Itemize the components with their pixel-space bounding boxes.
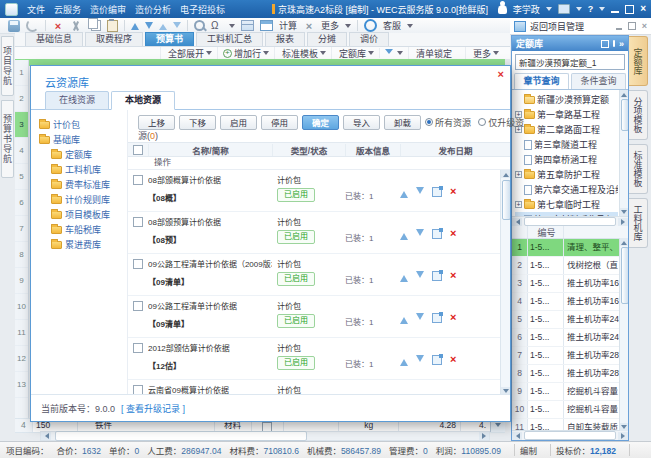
tree-scroll-up-icon[interactable]: [620, 90, 628, 98]
dialog-tab[interactable]: 本地资源: [111, 91, 175, 110]
list-scrollbar-thumb[interactable]: [621, 247, 628, 304]
resource-tree-item[interactable]: 项目模板库: [39, 207, 127, 222]
sub-toolbar-item[interactable]: 更多: [465, 47, 504, 60]
tree-scroll-left-icon[interactable]: [512, 218, 522, 226]
row-export-icon[interactable]: [432, 271, 442, 281]
jump-down-icon[interactable]: [173, 22, 181, 32]
cut-icon[interactable]: [70, 20, 82, 32]
user-menu[interactable]: 李学政: [513, 3, 540, 16]
return-project-bar[interactable]: 返回项目管理: [510, 18, 651, 35]
user-caret-icon[interactable]: [546, 7, 552, 14]
chapter-tree-item[interactable]: + 第五章防护工程: [515, 167, 618, 182]
row-checkbox[interactable]: [133, 259, 143, 269]
side-tab[interactable]: 工料机库: [629, 198, 648, 248]
chapter-tree-item[interactable]: 第六章交通工程及沿线设施: [515, 182, 618, 197]
menu-item[interactable]: 云服务: [54, 3, 81, 16]
main-tab[interactable]: 调价: [349, 32, 389, 46]
main-tab[interactable]: 基础信息: [25, 32, 83, 46]
quota-list-row[interactable]: 2 1-5... 伐树挖根（直: [512, 257, 619, 275]
row-move-down-icon[interactable]: [416, 229, 424, 240]
view-upgrade-log-link[interactable]: [ 查看升级记录 ]: [121, 402, 185, 415]
row-export-icon[interactable]: [432, 187, 442, 197]
jump-up-icon[interactable]: [159, 20, 167, 30]
main-tab[interactable]: 取费程序: [85, 32, 143, 46]
menu-item[interactable]: 造价分析: [135, 3, 171, 16]
sub-toolbar-item[interactable]: 标准模板: [274, 47, 331, 60]
close-button[interactable]: [640, 4, 646, 14]
tree-hscrollbar-thumb[interactable]: [524, 217, 616, 226]
quota-search-input[interactable]: [515, 54, 625, 70]
chapter-tree-item[interactable]: 第四章桥涵工程: [515, 152, 618, 167]
side-tab[interactable]: 分项模板: [629, 90, 648, 140]
row-checkbox[interactable]: [133, 217, 143, 227]
resource-tree-item[interactable]: 定额库: [39, 147, 127, 162]
chapter-tree-item[interactable]: 第三章隧道工程: [515, 137, 618, 152]
scroll-right-icon[interactable]: [479, 432, 489, 440]
move-down-icon[interactable]: [145, 22, 153, 33]
undo-icon[interactable]: [26, 19, 39, 32]
resource-tree-item[interactable]: 累进费库: [39, 237, 127, 252]
list-scroll-right-icon[interactable]: [618, 432, 628, 440]
list-vertical-scrollbar[interactable]: [619, 238, 628, 431]
chapter-tree-item[interactable]: + 第七章临时工程: [515, 197, 618, 212]
resource-row[interactable]: 09公路工程清单计价依据（2009版本） 【09清单】 计价包 已启用 已装：1: [128, 254, 500, 296]
resource-row[interactable]: 云南省09概算计价依据 【09概】 计价包: [128, 380, 500, 395]
expand-icon[interactable]: +: [515, 171, 522, 178]
row-move-down-icon[interactable]: [416, 271, 424, 282]
omega-caret-icon[interactable]: [229, 24, 235, 31]
list-scroll-left-icon[interactable]: [512, 432, 522, 440]
quota-list-row[interactable]: 6 1-5... 推土机功率24: [512, 329, 619, 347]
expand-icon[interactable]: +: [515, 201, 522, 208]
dialog-close-icon[interactable]: [498, 69, 504, 80]
main-tab[interactable]: 工料机汇总: [196, 32, 263, 46]
more-tools-icon[interactable]: [303, 20, 315, 32]
more-button[interactable]: 更多: [321, 19, 339, 32]
dialog-action-button[interactable]: 下移: [179, 115, 216, 130]
calculate-icon[interactable]: [260, 20, 273, 31]
all-resources-option[interactable]: 所有资源: [425, 116, 471, 129]
select-all-checkbox[interactable]: [133, 145, 143, 155]
resource-row[interactable]: 2012部颁估算计价依据 【12估】 计价包 已启用 已装：1: [128, 338, 500, 380]
budget-book-navigation-tab[interactable]: 预算书导航: [1, 100, 14, 178]
quota-list-row[interactable]: 8 1-5... 推土机功率28: [512, 365, 619, 383]
float-panel-icon[interactable]: [601, 40, 609, 48]
chapter-tree-item[interactable]: 第八章材料采集及加工: [515, 212, 618, 216]
quota-list-row[interactable]: 7 1-5... 推土机功率28: [512, 347, 619, 365]
calculate-button[interactable]: 计算: [279, 19, 297, 32]
list-scroll-down-icon[interactable]: [620, 423, 628, 431]
row-export-icon[interactable]: [432, 355, 442, 365]
row-checkbox[interactable]: [133, 301, 143, 311]
search-icon[interactable]: [194, 20, 205, 31]
bg-scrollbar-thumb[interactable]: [55, 431, 307, 441]
row-delete-icon[interactable]: [450, 271, 456, 281]
resource-tree-item[interactable]: 计价包: [39, 117, 127, 132]
dialog-tab[interactable]: 在线资源: [45, 91, 109, 110]
dialog-action-button[interactable]: 上移: [138, 115, 175, 130]
chapter-tree-item[interactable]: 新疆沙漠预算定额: [515, 92, 618, 107]
main-tab[interactable]: 预算书: [145, 32, 194, 46]
resource-tree-item[interactable]: 车船税库: [39, 222, 127, 237]
quota-query-tab[interactable]: 章节查询: [514, 73, 569, 89]
menu-item[interactable]: 造价编审: [90, 3, 126, 16]
quota-list-row[interactable]: 9 1-5... 挖掘机斗容量: [512, 383, 619, 401]
chapter-tree-item[interactable]: + 第二章路面工程: [515, 122, 618, 137]
help-icon[interactable]: [588, 4, 594, 14]
row-move-up-icon[interactable]: [400, 355, 408, 366]
dialog-scrollbar-thumb[interactable]: [502, 180, 510, 220]
more-caret-icon[interactable]: [345, 24, 351, 31]
table-icon[interactable]: [241, 20, 254, 31]
move-up-icon[interactable]: [131, 19, 139, 30]
row-move-up-icon[interactable]: [400, 187, 408, 198]
side-tab[interactable]: 标准模板: [629, 144, 648, 194]
dialog-action-button[interactable]: 确定: [302, 115, 339, 130]
main-tab[interactable]: 报表: [265, 32, 305, 46]
resource-tree-item[interactable]: 计价规则库: [39, 192, 127, 207]
sub-toolbar-item[interactable]: 清单锁定: [408, 47, 465, 60]
row-delete-icon[interactable]: [450, 187, 456, 197]
panel-maximize-icon[interactable]: [628, 22, 636, 30]
quota-list-row[interactable]: 3 1-5... 推土机功率16: [512, 275, 619, 293]
row-delete-icon[interactable]: [450, 355, 456, 365]
service-caret-icon[interactable]: [407, 24, 413, 31]
dialog-action-button[interactable]: 启用: [220, 115, 257, 130]
maximize-button[interactable]: [625, 5, 634, 14]
